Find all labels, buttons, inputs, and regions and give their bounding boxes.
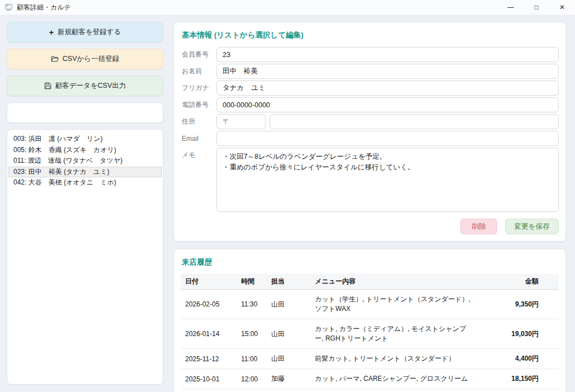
- history-row: 2026-02-05 11:30 山田 カット（学生）, トリートメント（スタン…: [181, 290, 559, 319]
- window-controls: — □ ✕: [498, 0, 575, 15]
- save-button[interactable]: 変更を保存: [505, 219, 559, 234]
- close-button[interactable]: ✕: [549, 0, 575, 15]
- history-time-cell: 12:00: [237, 369, 267, 389]
- history-menu-cell: 前髪カット, トリートメント（スタンダード）: [310, 349, 475, 369]
- basic-info-title: 基本情報 (リストから選択して編集): [182, 30, 559, 40]
- customer-list-item[interactable]: 011: 渡辺 達哉 (ワタナベ タツヤ): [8, 155, 162, 167]
- history-row: 2026-01-14 15:00 山田 カット, カラー（ミディアム）, モイス…: [181, 319, 559, 349]
- history-row: 2025-10-01 12:00 加藤 カット, パーマ, CAREシャンプー,…: [181, 369, 559, 389]
- main-area: 基本情報 (リストから選択して編集) 会員番号 お名前 フリガナ: [173, 22, 566, 385]
- furigana-label: フリガナ: [181, 83, 216, 93]
- history-date-cell: 2026-02-05: [181, 290, 237, 319]
- customer-list-item[interactable]: 005: 鈴木 香織 (スズキ カオリ): [8, 145, 162, 156]
- history-amount-cell: 4,400円: [475, 349, 559, 369]
- titlebar: 顧客詳細・カルテ — □ ✕: [0, 0, 575, 15]
- history-staff-cell: 山田: [267, 319, 310, 349]
- postal-code-input[interactable]: [216, 114, 266, 129]
- history-staff-cell: 加藤: [267, 369, 310, 389]
- new-customer-button[interactable]: + 新規顧客を登録する: [7, 22, 163, 42]
- history-time-cell: 11:00: [237, 349, 267, 369]
- plus-icon: +: [49, 29, 54, 36]
- email-label: Email: [181, 135, 216, 143]
- member-no-label: 会員番号: [181, 50, 216, 59]
- customer-list: 003: 浜田 凛 (ハマダ リン) 005: 鈴木 香織 (スズキ カオリ) …: [7, 129, 163, 385]
- csv-export-label: 顧客データをCSV出力: [55, 81, 126, 91]
- floppy-disk-icon: [44, 82, 51, 89]
- customer-list-item[interactable]: 042: 大谷 美穂 (オオタニ ミホ): [8, 177, 162, 188]
- email-input[interactable]: [216, 131, 559, 146]
- history-menu-cell: カット, カラー（ミディアム）, モイストシャンプー, RGHトリートメント: [310, 319, 475, 349]
- address-input[interactable]: [270, 114, 559, 129]
- history-row: 2025-11-12 11:00 山田 前髪カット, トリートメント（スタンダー…: [181, 349, 559, 369]
- history-amount-cell: 18,150円: [475, 369, 559, 389]
- customer-search-input[interactable]: [7, 102, 163, 123]
- basic-info-panel: 基本情報 (リストから選択して編集) 会員番号 お名前 フリガナ: [173, 22, 566, 242]
- col-header-time: 時間: [237, 274, 267, 290]
- csv-import-label: CSVから一括登録: [63, 54, 119, 64]
- basic-info-form: 会員番号 お名前 フリガナ 電話番号: [181, 47, 559, 212]
- maximize-button[interactable]: □: [524, 0, 549, 15]
- visit-history-table: 日付 時間 担当 メニュー内容 金額 2026-02-05 11:30 山田 カ: [181, 274, 559, 389]
- new-customer-label: 新規顧客を登録する: [58, 27, 121, 37]
- delete-button[interactable]: 削除: [460, 219, 497, 234]
- csv-export-button[interactable]: 顧客データをCSV出力: [7, 75, 163, 96]
- address-label: 住所: [181, 117, 216, 126]
- col-header-amount: 金額: [475, 274, 559, 290]
- form-actions: 削除 変更を保存: [181, 219, 559, 234]
- phone-input[interactable]: [216, 97, 559, 112]
- history-date-cell: 2025-10-01: [181, 369, 237, 389]
- col-header-staff: 担当: [267, 274, 310, 290]
- history-date-cell: 2025-11-12: [181, 349, 237, 369]
- col-header-date: 日付: [181, 274, 237, 290]
- name-label: お名前: [181, 67, 216, 76]
- history-amount-cell: 9,350円: [475, 290, 559, 319]
- history-menu-cell: カット, パーマ, CAREシャンプー, グロスクリーム: [310, 369, 475, 389]
- furigana-input[interactable]: [216, 81, 559, 96]
- app-window: 顧客詳細・カルテ — □ ✕ + 新規顧客を登録する CSVから一括登録: [0, 0, 575, 392]
- folder-open-icon: [51, 55, 59, 63]
- member-no-input[interactable]: [216, 47, 559, 62]
- memo-textarea[interactable]: ・次回7～8レベルのラベンダーグレージュを予定。 ・重めのボブから徐々にレイヤー…: [216, 148, 559, 212]
- csv-import-button[interactable]: CSVから一括登録: [7, 49, 163, 69]
- history-time-cell: 11:30: [237, 290, 267, 319]
- history-staff-cell: 山田: [267, 290, 310, 319]
- history-staff-cell: 山田: [267, 349, 310, 369]
- sidebar: + 新規顧客を登録する CSVから一括登録: [7, 22, 163, 385]
- app-icon: [4, 3, 13, 12]
- col-header-menu: メニュー内容: [310, 274, 475, 290]
- customer-list-item-selected[interactable]: 023: 田中 裕美 (タナカ ユミ): [8, 167, 162, 178]
- name-input[interactable]: [216, 64, 559, 79]
- visit-history-title: 来店履歴: [182, 257, 559, 267]
- visit-history-panel: 来店履歴 日付 時間 担当 メニュー内容 金額: [173, 249, 566, 392]
- phone-label: 電話番号: [181, 100, 216, 110]
- customer-list-item[interactable]: 003: 浜田 凛 (ハマダ リン): [8, 134, 162, 145]
- history-time-cell: 15:00: [237, 319, 267, 349]
- window-title: 顧客詳細・カルテ: [17, 3, 71, 12]
- minimize-button[interactable]: —: [498, 0, 524, 15]
- memo-label: メモ: [181, 148, 216, 160]
- history-menu-cell: カット（学生）, トリートメント（スタンダード）, ソフトWAX: [310, 290, 475, 319]
- history-header-row: 日付 時間 担当 メニュー内容 金額: [181, 274, 559, 290]
- app-body: + 新規顧客を登録する CSVから一括登録: [0, 15, 575, 392]
- history-date-cell: 2026-01-14: [181, 319, 237, 349]
- history-amount-cell: 19,030円: [475, 319, 559, 349]
